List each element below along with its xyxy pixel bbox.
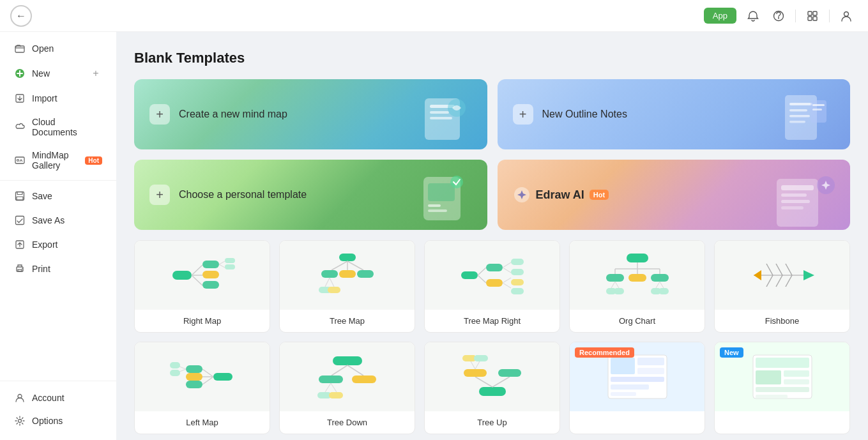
sidebar-item-open[interactable]: Open	[4, 37, 112, 60]
sidebar-item-new[interactable]: New +	[4, 61, 112, 86]
svg-rect-139	[637, 368, 664, 374]
sidebar-item-export[interactable]: Export	[4, 233, 112, 256]
ai-hot-badge: Hot	[590, 190, 609, 200]
svg-line-64	[325, 278, 330, 287]
sidebar-item-import[interactable]: Import	[4, 87, 112, 110]
svg-rect-23	[430, 111, 449, 114]
template-card-treemap[interactable]: Tree Map	[279, 240, 415, 333]
template-card-recommended[interactable]: Recommended	[569, 342, 705, 434]
treedown-preview	[280, 342, 415, 411]
svg-line-104	[766, 275, 773, 287]
svg-rect-52	[202, 281, 219, 289]
svg-rect-8	[16, 216, 24, 225]
svg-rect-149	[756, 395, 788, 398]
sidebar-back-area: ←	[0, 0, 116, 32]
grid-icon[interactable]	[803, 7, 821, 25]
edraw-ai-text: Edraw AI	[536, 188, 584, 202]
top-cards-grid: + Create a new mind map + New Outlin	[134, 79, 850, 230]
rightmap-preview	[135, 241, 270, 310]
svg-rect-146	[784, 370, 809, 377]
svg-rect-126	[329, 392, 343, 398]
sidebar-item-saveas[interactable]: Save As	[4, 209, 112, 232]
treedown-label: Tree Down	[280, 411, 415, 434]
sidebar: ← Open New + Import	[0, 0, 116, 440]
svg-rect-56	[225, 264, 235, 269]
svg-point-12	[22, 268, 23, 269]
create-mindmap-card[interactable]: + Create a new mind map	[134, 79, 487, 149]
template-card-treedown[interactable]: Tree Down	[279, 342, 415, 434]
svg-rect-113	[186, 381, 202, 388]
svg-line-102	[776, 264, 782, 275]
svg-rect-44	[781, 206, 803, 209]
svg-rect-147	[784, 379, 809, 384]
svg-marker-100	[754, 270, 761, 280]
template-card-new-tpl[interactable]: New	[714, 342, 850, 434]
new-plus-icon[interactable]: +	[89, 67, 102, 80]
personal-template-card[interactable]: + Choose a personal template	[134, 160, 487, 230]
app-button[interactable]: App	[704, 8, 736, 24]
template-card-treeup[interactable]: Tree Up	[424, 342, 560, 434]
template-card-rightmap[interactable]: Right Map	[134, 240, 270, 333]
svg-rect-145	[756, 370, 781, 384]
svg-rect-89	[651, 274, 669, 282]
svg-rect-19	[813, 17, 817, 20]
sidebar-item-print[interactable]: Print	[4, 257, 112, 280]
svg-line-128	[475, 377, 492, 387]
sidebar-item-gallery[interactable]: MindMap Gallery Hot	[4, 144, 112, 176]
svg-rect-131	[498, 369, 521, 377]
svg-rect-127	[479, 387, 506, 396]
svg-rect-50	[202, 261, 219, 268]
edraw-ai-logo: Edraw AI Hot	[513, 186, 609, 204]
sidebar-item-options[interactable]: Options	[4, 409, 112, 432]
back-button[interactable]: ←	[10, 5, 32, 27]
svg-rect-144	[756, 358, 809, 368]
svg-line-95	[660, 282, 664, 288]
fishbone-preview	[715, 241, 849, 310]
svg-point-38	[450, 176, 463, 188]
svg-line-119	[331, 365, 347, 376]
template-card-orgchart[interactable]: Org Chart	[569, 240, 705, 333]
personal-template-plus: +	[149, 185, 170, 205]
outline-notes-card[interactable]: + New Outline Notes	[498, 79, 851, 149]
svg-rect-62	[339, 270, 356, 278]
create-mindmap-illustration	[411, 86, 475, 149]
edraw-ai-card[interactable]: Edraw AI Hot	[498, 160, 851, 230]
svg-line-124	[331, 383, 337, 392]
page-title: Blank Templates	[134, 50, 850, 66]
svg-line-75	[503, 278, 511, 283]
svg-line-110	[202, 377, 213, 384]
sidebar-cloud-label: Cloud Documents	[32, 117, 102, 137]
orgchart-label: Org Chart	[570, 310, 704, 332]
svg-line-58	[331, 261, 347, 270]
sidebar-item-save[interactable]: Save	[4, 185, 112, 208]
open-icon	[14, 43, 26, 54]
svg-line-129	[492, 377, 510, 387]
svg-rect-81	[627, 254, 648, 262]
sidebar-new-label: New	[32, 68, 50, 79]
svg-rect-33	[812, 109, 822, 110]
svg-rect-79	[511, 279, 524, 285]
svg-rect-31	[811, 100, 826, 123]
help-icon[interactable]	[770, 7, 788, 25]
svg-line-70	[478, 275, 486, 283]
svg-line-74	[503, 268, 511, 273]
svg-line-101	[766, 264, 773, 275]
template-card-fishbone[interactable]: Fishbone	[714, 240, 850, 333]
sidebar-item-cloud[interactable]: Cloud Documents	[4, 111, 112, 143]
sidebar-item-account[interactable]: Account	[4, 386, 112, 409]
bell-icon[interactable]	[744, 7, 762, 25]
import-icon	[14, 93, 26, 104]
svg-rect-112	[186, 373, 202, 381]
svg-line-120	[347, 365, 363, 376]
svg-rect-78	[511, 269, 524, 275]
template-card-treeright[interactable]: Tree Map Right	[424, 240, 560, 333]
ai-illustration	[773, 166, 837, 230]
svg-rect-7	[17, 197, 23, 200]
account-icon	[14, 392, 26, 404]
recommended-badge: Recommended	[575, 347, 634, 358]
template-card-leftmap[interactable]: Left Map	[134, 342, 270, 434]
user-icon[interactable]	[837, 7, 855, 25]
svg-line-69	[478, 268, 486, 275]
svg-line-106	[786, 275, 792, 287]
svg-line-73	[503, 262, 511, 268]
